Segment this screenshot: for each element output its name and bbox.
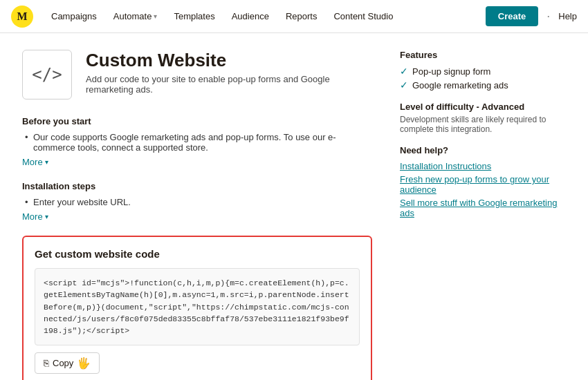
before-you-start-bullet: Our code supports Google remarketing ads… [22, 132, 372, 153]
check-popup-icon: ✓ [400, 66, 408, 77]
check-remarketing-icon: ✓ [400, 79, 408, 91]
nav-right: Create · Help [486, 6, 577, 26]
more-chevron-icon: ▾ [45, 158, 48, 166]
nav-content-studio[interactable]: Content Studio [327, 7, 400, 26]
svg-text:M: M [17, 10, 27, 22]
before-you-start-title: Before you start [22, 116, 372, 126]
code-section: Get custom website code <script id="mcjs… [22, 236, 372, 380]
more-steps-chevron-icon: ▾ [45, 213, 48, 220]
features-title: Features [400, 50, 566, 60]
help-link-installation[interactable]: Installation Instructions [400, 161, 566, 171]
installation-steps-title: Installation steps [22, 181, 372, 191]
help-link-popup-forms[interactable]: Fresh new pop-up forms to grow your audi… [400, 174, 566, 195]
integration-header: </> Custom Website Add our code to your … [22, 50, 372, 99]
mailchimp-logo[interactable]: M [11, 6, 33, 28]
integration-logo: </> [22, 50, 72, 99]
right-panel: Features ✓ Pop-up signup form ✓ Google r… [400, 50, 566, 380]
difficulty-section: Level of difficulty - Advanced Developme… [400, 102, 566, 134]
code-section-title: Get custom website code [35, 248, 360, 260]
help-link[interactable]: Help [558, 11, 577, 21]
help-section: Need help? Installation Instructions Fre… [400, 145, 566, 218]
help-link-remarketing[interactable]: Sell more stuff with Google remarketing … [400, 198, 566, 218]
before-you-start-section: Before you start Our code supports Googl… [22, 116, 372, 167]
nav-automate[interactable]: Automate ▾ [107, 7, 165, 26]
integration-title: Custom Website [86, 50, 372, 71]
nav-reports[interactable]: Reports [279, 7, 324, 26]
integration-description: Add our code to your site to enable pop-… [86, 74, 372, 95]
nav-campaigns[interactable]: Campaigns [44, 7, 104, 26]
create-button[interactable]: Create [486, 6, 538, 26]
nav-templates[interactable]: Templates [167, 7, 221, 26]
nav-items: Campaigns Automate ▾ Templates Audience … [44, 7, 480, 26]
installation-steps-bullet: Enter your website URL. [22, 197, 372, 207]
copy-icon: ⎘ [44, 358, 49, 368]
difficulty-description: Development skills are likely required t… [400, 115, 566, 134]
main-content: </> Custom Website Add our code to your … [0, 33, 588, 380]
more-options-icon[interactable]: · [546, 9, 550, 23]
installation-steps-more-link[interactable]: More ▾ [22, 211, 48, 222]
feature-remarketing: ✓ Google remarketing ads [400, 79, 566, 91]
cursor-icon: 🖐 [77, 357, 91, 370]
automate-chevron-icon: ▾ [154, 12, 157, 20]
code-block: <script id="mcjs">!function(c,h,i,m,p){m… [35, 268, 360, 345]
nav-audience[interactable]: Audience [225, 7, 276, 26]
difficulty-title: Level of difficulty - Advanced [400, 102, 566, 112]
integration-info: Custom Website Add our code to your site… [86, 50, 372, 95]
help-title: Need help? [400, 145, 566, 155]
before-you-start-more-link[interactable]: More ▾ [22, 157, 48, 167]
left-panel: </> Custom Website Add our code to your … [22, 50, 372, 380]
installation-steps-section: Installation steps Enter your website UR… [22, 181, 372, 222]
copy-button[interactable]: ⎘ Copy 🖐 [35, 352, 100, 374]
navbar: M Campaigns Automate ▾ Templates Audienc… [0, 0, 588, 33]
feature-popup: ✓ Pop-up signup form [400, 66, 566, 77]
